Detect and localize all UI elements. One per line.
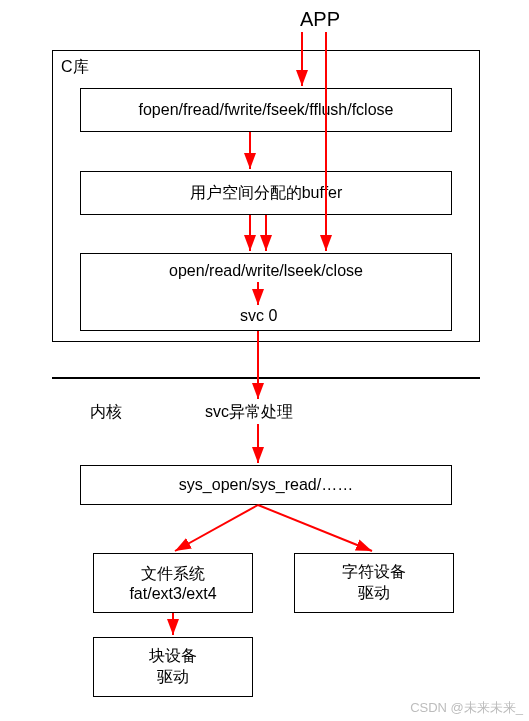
chardev-title: 字符设备 — [342, 562, 406, 583]
chardev-box: 字符设备 驱动 — [294, 553, 454, 613]
watermark: CSDN @未来未来_ — [410, 699, 523, 717]
blkdev-drv: 驱动 — [157, 667, 189, 688]
fs-list: fat/ext3/ext4 — [129, 585, 216, 603]
user-buffer-box: 用户空间分配的buffer — [80, 171, 452, 215]
kernel-label: 内核 — [90, 402, 122, 423]
fs-box: 文件系统 fat/ext3/ext4 — [93, 553, 253, 613]
svc0-label: svc 0 — [240, 307, 277, 325]
sys-funcs-text: sys_open/sys_read/…… — [179, 476, 353, 494]
user-buffer-text: 用户空间分配的buffer — [190, 183, 343, 204]
sys-funcs-box: sys_open/sys_read/…… — [80, 465, 452, 505]
svg-line-8 — [175, 505, 258, 551]
user-kernel-divider — [52, 377, 480, 379]
clib-funcs-text: fopen/fread/fwrite/fseek/fflush/fclose — [139, 101, 394, 119]
blkdev-box: 块设备 驱动 — [93, 637, 253, 697]
fs-title: 文件系统 — [141, 564, 205, 585]
clib-label: C库 — [61, 57, 89, 78]
chardev-drv: 驱动 — [358, 583, 390, 604]
blkdev-title: 块设备 — [149, 646, 197, 667]
clib-funcs-box: fopen/fread/fwrite/fseek/fflush/fclose — [80, 88, 452, 132]
svg-line-9 — [258, 505, 372, 551]
app-label: APP — [300, 8, 340, 31]
syscalls-text: open/read/write/lseek/close — [169, 262, 363, 280]
svc-handler-label: svc异常处理 — [205, 402, 293, 423]
